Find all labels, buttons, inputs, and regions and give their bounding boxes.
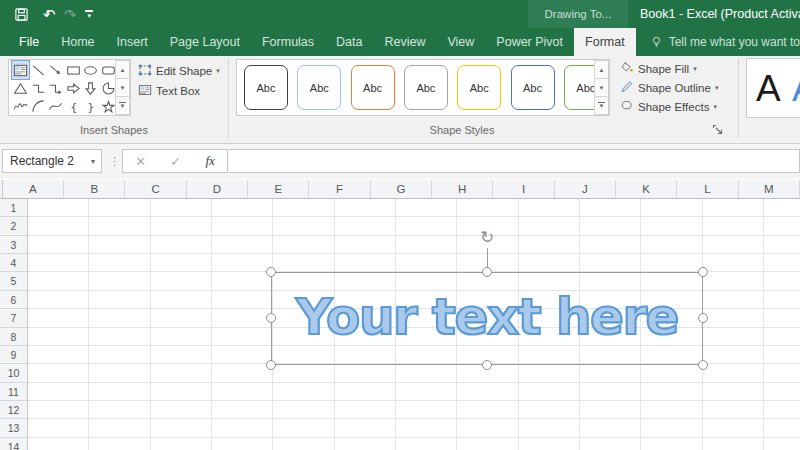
tab-page-layout[interactable]: Page Layout xyxy=(159,28,251,56)
tab-home[interactable]: Home xyxy=(50,28,105,56)
column-header-B[interactable]: B xyxy=(64,180,125,198)
shape-style-swatch-1[interactable]: Abc xyxy=(244,65,288,110)
text-box-button[interactable]: Text Box xyxy=(138,83,200,99)
dialog-launcher-icon[interactable] xyxy=(712,122,724,134)
customize-quick-access-icon[interactable]: ▾ xyxy=(85,10,93,18)
shape-style-swatch-6[interactable]: Abc xyxy=(511,65,555,110)
tell-me-box[interactable]: Tell me what you want to do... xyxy=(650,28,800,56)
selection-handle-2[interactable] xyxy=(482,267,492,277)
name-box[interactable]: Rectangle 2 ▾ xyxy=(2,149,102,173)
round-rect-icon[interactable] xyxy=(100,61,117,79)
row-header-6[interactable]: 6 xyxy=(0,291,27,309)
column-header-G[interactable]: G xyxy=(371,180,432,198)
row-header-11[interactable]: 11 xyxy=(0,383,27,401)
chevron-down-icon[interactable]: ▾ xyxy=(91,157,101,166)
text-box-icon[interactable] xyxy=(12,61,29,79)
column-header-C[interactable]: C xyxy=(125,180,186,198)
curve-icon[interactable] xyxy=(47,98,64,116)
shape-fill-button[interactable]: Shape Fill ▾ xyxy=(620,61,697,76)
row-header-2[interactable]: 2 xyxy=(0,217,27,235)
column-header-H[interactable]: H xyxy=(432,180,493,198)
right-brace-icon[interactable]: } xyxy=(82,98,99,116)
arrow-icon[interactable] xyxy=(47,61,64,79)
selection-handle-6[interactable] xyxy=(266,360,276,370)
oval-icon[interactable] xyxy=(82,61,99,79)
column-header-J[interactable]: J xyxy=(555,180,616,198)
arc-icon[interactable] xyxy=(30,98,47,116)
row-header-8[interactable]: 8 xyxy=(0,328,27,346)
column-header-K[interactable]: K xyxy=(616,180,677,198)
wordart-style-plain[interactable]: A xyxy=(756,70,781,107)
selection-handle-4[interactable] xyxy=(266,313,276,323)
line-icon[interactable] xyxy=(30,61,47,79)
row-header-5[interactable]: 5 xyxy=(0,272,27,290)
rectangle-icon[interactable] xyxy=(65,61,82,79)
tab-insert[interactable]: Insert xyxy=(106,28,159,56)
tab-view[interactable]: View xyxy=(436,28,485,56)
selection-handle-7[interactable] xyxy=(482,360,492,370)
formula-bar-resize-handle[interactable]: ⋮ xyxy=(109,149,120,173)
shapes-gallery-more-icon[interactable]: ▼ xyxy=(115,97,130,115)
insert-function-icon[interactable]: fx xyxy=(205,153,214,169)
row-header-4[interactable]: 4 xyxy=(0,254,27,272)
column-header-E[interactable]: E xyxy=(248,180,309,198)
selection-handle-8[interactable] xyxy=(698,360,708,370)
tab-format[interactable]: Format xyxy=(574,28,636,56)
star-icon[interactable] xyxy=(100,98,117,116)
styles-scroll-down-icon[interactable]: ▼ xyxy=(594,79,609,97)
selection-handle-1[interactable] xyxy=(266,267,276,277)
shape-effects-icon xyxy=(620,99,634,114)
scribble-icon[interactable] xyxy=(12,98,29,116)
row-header-10[interactable]: 10 xyxy=(0,364,27,382)
chevron-down-icon: ▾ xyxy=(216,67,220,75)
down-arrow-icon[interactable] xyxy=(82,79,99,97)
save-icon[interactable] xyxy=(14,7,29,22)
row-header-7[interactable]: 7 xyxy=(0,309,27,327)
rotate-handle-icon[interactable]: ↻ xyxy=(477,227,497,247)
row-header-3[interactable]: 3 xyxy=(0,236,27,254)
shape-style-swatch-4[interactable]: Abc xyxy=(404,65,448,110)
tab-power-pivot[interactable]: Power Pivot xyxy=(485,28,574,56)
undo-dropdown-icon[interactable]: ▾ xyxy=(47,8,51,22)
tab-data[interactable]: Data xyxy=(325,28,373,56)
selection-handle-3[interactable] xyxy=(698,267,708,277)
column-header-A[interactable]: A xyxy=(3,180,64,198)
formula-input[interactable] xyxy=(229,149,800,173)
row-header-14[interactable]: 14 xyxy=(0,438,27,450)
enter-icon[interactable]: ✓ xyxy=(170,154,181,169)
right-arrow-icon[interactable] xyxy=(65,79,82,97)
cancel-icon[interactable]: ✕ xyxy=(135,154,146,169)
shape-outline-button[interactable]: Shape Outline ▾ xyxy=(620,80,718,95)
column-header-D[interactable]: D xyxy=(187,180,248,198)
tab-formulas[interactable]: Formulas xyxy=(251,28,325,56)
row-header-9[interactable]: 9 xyxy=(0,346,27,364)
pie-icon[interactable] xyxy=(100,79,117,97)
wordart-style-blue[interactable]: A xyxy=(792,70,800,107)
shape-style-swatch-5[interactable]: Abc xyxy=(457,65,501,110)
selection-handle-5[interactable] xyxy=(698,313,708,323)
shape-effects-button[interactable]: Shape Effects ▾ xyxy=(620,99,717,114)
tab-file[interactable]: File xyxy=(8,28,50,56)
tab-review[interactable]: Review xyxy=(373,28,436,56)
row-header-12[interactable]: 12 xyxy=(0,401,27,419)
shape-style-swatch-2[interactable]: Abc xyxy=(297,65,341,110)
left-brace-icon[interactable]: { xyxy=(65,98,82,116)
wordart-styles-gallery[interactable]: A A xyxy=(746,58,800,118)
elbow-arrow-connector-icon[interactable] xyxy=(47,79,64,97)
row-header-1[interactable]: 1 xyxy=(0,199,27,217)
shape-style-swatch-3[interactable]: Abc xyxy=(351,65,395,110)
elbow-connector-icon[interactable] xyxy=(30,79,47,97)
styles-gallery-more-icon[interactable]: ▼ xyxy=(594,97,609,115)
column-header-L[interactable]: L xyxy=(677,180,738,198)
shapes-scroll-down-icon[interactable]: ▼ xyxy=(115,79,130,97)
shape-text[interactable]: Your text here xyxy=(266,287,708,347)
shapes-scroll-up-icon[interactable]: ▲ xyxy=(115,60,130,79)
column-header-M[interactable]: M xyxy=(739,180,800,198)
select-all-button[interactable] xyxy=(0,180,3,198)
row-header-13[interactable]: 13 xyxy=(0,419,27,437)
column-header-I[interactable]: I xyxy=(493,180,554,198)
triangle-icon[interactable] xyxy=(12,79,29,97)
styles-scroll-up-icon[interactable]: ▲ xyxy=(594,60,609,79)
edit-shape-button[interactable]: Edit Shape ▾ xyxy=(138,63,220,79)
column-header-F[interactable]: F xyxy=(309,180,370,198)
